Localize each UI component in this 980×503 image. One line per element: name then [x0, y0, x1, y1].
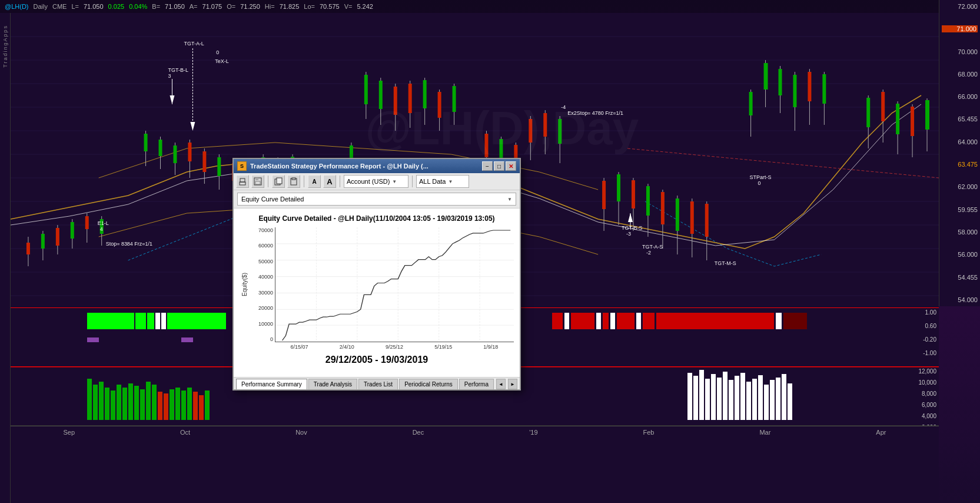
- svg-rect-27: [144, 134, 148, 151]
- svg-text:-2: -2: [646, 250, 651, 256]
- paste-button[interactable]: [287, 175, 300, 188]
- svg-rect-99: [779, 69, 782, 95]
- data-range-dropdown[interactable]: ALL Data ▼: [416, 175, 469, 188]
- report-type-label: Equity Curve Detailed: [241, 196, 304, 203]
- svg-text:E1-L: E1-L: [98, 220, 109, 226]
- exchange-label: CME: [52, 3, 67, 10]
- svg-rect-152: [158, 392, 162, 420]
- white-bar-3: [564, 313, 569, 329]
- price-66: 66.000: [942, 93, 978, 100]
- svg-rect-105: [822, 74, 826, 104]
- y-val-40000: 40000: [258, 274, 273, 280]
- x-label-apr: Apr: [876, 429, 886, 436]
- white-bar-4: [596, 313, 601, 329]
- copy-button[interactable]: [272, 175, 285, 188]
- top-info-bar: @LH(D) Daily CME L= 71.050 0.025 0.04% B…: [0, 0, 939, 13]
- print-button[interactable]: [236, 175, 249, 188]
- tab-trades-list[interactable]: Trades List: [358, 379, 398, 389]
- svg-rect-37: [217, 157, 221, 176]
- svg-rect-166: [717, 378, 722, 420]
- svg-rect-113: [911, 107, 914, 136]
- close-button[interactable]: ✕: [506, 161, 516, 171]
- performance-report-dialog[interactable]: S TradeStation Strategy Performance Repo…: [232, 158, 521, 391]
- tab-periodical-returns[interactable]: Periodical Returns: [399, 379, 458, 389]
- dialog-titlebar[interactable]: S TradeStation Strategy Performance Repo…: [234, 159, 520, 173]
- svg-rect-85: [646, 186, 650, 216]
- svg-rect-79: [602, 181, 606, 209]
- svg-rect-109: [881, 92, 885, 121]
- tab-performance-summary[interactable]: Performance Summary: [236, 379, 307, 389]
- equity-curve-svg: [275, 227, 514, 342]
- svg-rect-142: [99, 382, 104, 420]
- tab-nav-prev[interactable]: ◄: [496, 379, 506, 389]
- svg-text:TGT-B-L: TGT-B-L: [168, 67, 188, 73]
- dialog-toolbar: A A Account (USD) ▼ ALL Data ▼: [234, 173, 520, 190]
- account-dropdown-arrow: ▼: [392, 179, 397, 184]
- svg-rect-140: [87, 379, 92, 420]
- dialog-app-icon: S: [237, 161, 247, 171]
- change-pct: 0.04%: [129, 3, 147, 10]
- svg-rect-146: [122, 388, 127, 420]
- B-value: 71.050: [165, 3, 185, 10]
- font-smaller-button[interactable]: A: [308, 175, 321, 188]
- price-54: 54.000: [942, 296, 978, 303]
- white-bar-2: [161, 313, 166, 329]
- svg-rect-83: [632, 180, 635, 209]
- y-axis-label-wrapper: Equity($): [240, 227, 249, 342]
- red-bar-3: [603, 313, 609, 329]
- price-58: 58.000: [942, 229, 978, 236]
- svg-rect-156: [181, 391, 186, 420]
- dialog-controls[interactable]: − □ ✕: [482, 161, 516, 171]
- svg-rect-150: [146, 382, 151, 420]
- dialog-tabs: Performance Summary Trade Analysis Trade…: [234, 377, 520, 389]
- dialog-title-text: TradeStation Strategy Performance Report…: [250, 163, 428, 170]
- vol-right-axis: 1.00 0.60 -0.20 -1.00: [898, 308, 939, 358]
- equity-chart-plot: [275, 227, 514, 342]
- y-val-70000: 70000: [258, 227, 273, 233]
- tab-nav-next[interactable]: ►: [508, 379, 517, 389]
- Lo-value: 70.575: [320, 3, 340, 10]
- svg-text:Stop= 8384  Frz=1/1: Stop= 8384 Frz=1/1: [106, 241, 152, 247]
- sidebar-label: TradingApps: [2, 25, 8, 68]
- svg-text:0: 0: [216, 49, 219, 55]
- svg-text:4: 4: [100, 226, 103, 232]
- white-bar-7: [776, 313, 782, 329]
- svg-rect-103: [808, 72, 811, 101]
- svg-rect-91: [690, 201, 694, 234]
- svg-rect-23: [85, 216, 89, 229]
- svg-rect-154: [170, 389, 174, 420]
- purple-bar-2: [181, 337, 193, 342]
- tab-performa[interactable]: Performa: [459, 379, 494, 389]
- svg-rect-75: [543, 113, 547, 137]
- svg-text:TGT-A-L: TGT-A-L: [184, 41, 204, 47]
- svg-rect-173: [758, 375, 763, 420]
- svg-rect-59: [408, 84, 412, 113]
- tab-trade-analysis[interactable]: Trade Analysis: [308, 379, 357, 389]
- svg-rect-159: [199, 395, 204, 420]
- svg-rect-167: [723, 372, 727, 420]
- svg-rect-29: [159, 140, 162, 156]
- price-axis: 72.000 71.000 70.000 68.000 66.000 65.45…: [939, 0, 980, 306]
- save-button[interactable]: [251, 175, 264, 188]
- vol-neg02: -0.20: [900, 336, 936, 343]
- red-indicator-bars: [552, 313, 807, 329]
- svg-rect-77: [558, 119, 562, 144]
- font-larger-button[interactable]: A: [323, 175, 336, 188]
- report-type-dropdown[interactable]: Equity Curve Detailed ▼: [237, 193, 516, 206]
- svg-rect-55: [379, 81, 383, 109]
- svg-rect-31: [173, 145, 177, 163]
- price-56: 56.000: [942, 251, 978, 258]
- y-val-30000: 30000: [258, 290, 273, 296]
- red-bar-5: [643, 313, 655, 329]
- O-value: 71.250: [240, 3, 260, 10]
- bottom-time-axis: Sep Oct Nov Dec '19 Feb Mar Apr: [11, 425, 939, 503]
- svg-rect-115: [925, 100, 929, 130]
- minimize-button[interactable]: −: [482, 161, 493, 171]
- maximize-button[interactable]: □: [494, 161, 504, 171]
- svg-rect-163: [699, 370, 704, 420]
- green-bar-3: [147, 313, 154, 329]
- vol-1: 1.00: [900, 309, 936, 316]
- report-type-row: Equity Curve Detailed ▼: [234, 190, 520, 209]
- account-dropdown[interactable]: Account (USD) ▼: [344, 175, 408, 188]
- white-bar-5: [610, 313, 615, 329]
